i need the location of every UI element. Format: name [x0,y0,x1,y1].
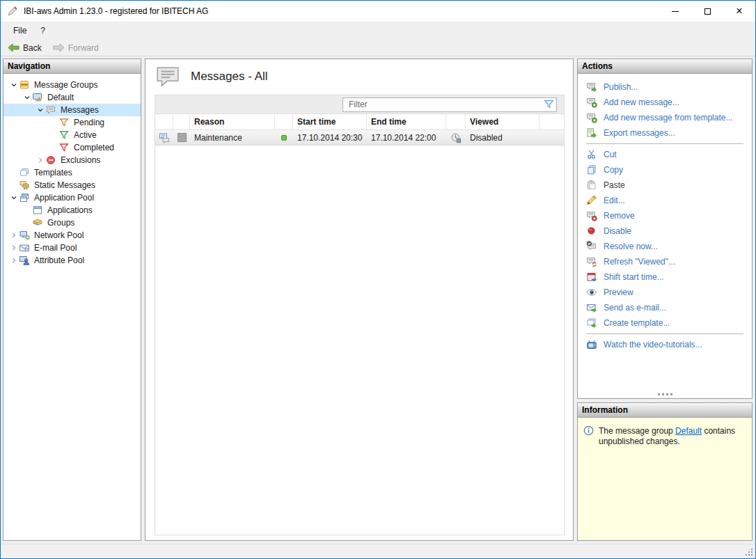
chevron-down-icon[interactable] [22,94,32,101]
default-group-link[interactable]: Default [675,426,702,436]
main-header: Messages - All [145,59,573,93]
tree-item-static-messages[interactable]: Static Messages [3,179,141,191]
groups-icon [32,217,45,228]
chevron-down-icon[interactable] [8,81,19,88]
column-header-reason[interactable]: Reason [190,114,275,129]
page-title: Messages - All [191,70,268,84]
action-cut[interactable]: Cut [586,147,752,162]
navigation-panel: Navigation Message Groups Default Messag… [3,58,141,541]
forward-button[interactable]: Forward [50,42,102,54]
copy-icon [586,164,597,175]
content-area: Navigation Message Groups Default Messag… [1,56,755,544]
application-pool-icon [19,192,31,203]
tree-item-exclusions[interactable]: Exclusions [3,154,141,166]
toolbar: Back Forward [1,40,755,56]
action-disable[interactable]: Disable [586,223,752,239]
messages-icon [45,104,58,116]
viewed-status-icon [446,132,466,143]
column-header-start-time[interactable]: Start time [293,114,367,129]
action-preview[interactable]: Preview [586,285,752,300]
tree-item-completed[interactable]: Completed [3,141,141,154]
action-copy[interactable]: Copy [586,162,752,178]
tree-item-templates[interactable]: Templates [3,166,141,179]
column-header-status[interactable] [275,114,293,129]
window-title: IBI-aws Admin 1.23.0 - registered for IB… [24,6,659,16]
back-button[interactable]: Back [5,42,45,54]
action-export-messages[interactable]: Export messages... [586,125,752,141]
tree-item-message-groups[interactable]: Message Groups [3,79,141,91]
forward-label: Forward [68,43,99,53]
navigation-tree: Message Groups Default Messages Pending [3,74,141,540]
tree-item-label: E-mail Pool [31,243,77,253]
action-add-new-message[interactable]: Add new message... [586,95,752,110]
applications-icon [32,205,45,216]
menu-file[interactable]: File [6,23,33,38]
action-label: Disable [604,226,631,236]
actions-header: Actions [578,59,752,74]
action-send-as-email[interactable]: Send as e-mail... [586,300,752,315]
info-icon [583,425,594,436]
tree-item-pending[interactable]: Pending [3,116,141,129]
information-panel: Information The message group Default co… [577,402,753,541]
column-header-color[interactable] [173,114,190,129]
tree-item-label: Message Groups [31,80,97,90]
tree-item-email-pool[interactable]: E-mail Pool [3,242,141,254]
action-publish[interactable]: Publish... [586,79,752,95]
tree-item-label: Default [45,93,74,102]
menu-help[interactable]: ? [33,23,52,38]
column-header-end-time[interactable]: End time [367,114,446,129]
table-row[interactable]: Maintenance 17.10.2014 20:30 17.10.2014 … [155,130,564,145]
tree-item-default[interactable]: Default [3,91,141,104]
disable-icon [586,226,597,237]
static-messages-icon [19,180,31,191]
action-add-new-message-from-template[interactable]: Add new message from template... [586,110,752,125]
close-button[interactable]: × [723,1,755,22]
tree-item-attribute-pool[interactable]: Attribute Pool [3,254,141,267]
tree-item-active[interactable]: Active [3,129,141,141]
panel-splitter-handle[interactable] [578,390,752,398]
attribute-pool-icon [19,255,31,266]
status-bar [1,544,755,558]
chevron-right-icon[interactable] [8,244,19,251]
filter-input[interactable] [343,100,541,109]
filter-funnel-icon[interactable] [541,100,556,109]
action-label: Paste [604,180,625,190]
action-refresh-viewed[interactable]: Refresh "Viewed"... [586,254,752,269]
column-header-viewed-icon[interactable] [446,114,466,129]
action-label: Create template... [604,318,670,328]
action-paste[interactable]: Paste [586,178,752,193]
chevron-down-icon[interactable] [8,194,19,201]
action-resolve-now[interactable]: Resolve now... [586,239,752,254]
action-watch-video-tutorials[interactable]: Watch the video-tutorials... [586,337,752,352]
cell-end-time: 17.10.2014 22:00 [367,133,446,143]
tree-item-applications[interactable]: Applications [3,204,141,216]
action-shift-start-time[interactable]: Shift start time... [586,269,752,285]
tree-item-groups[interactable]: Groups [3,216,141,229]
action-remove[interactable]: Remove [586,208,752,223]
paste-icon [586,180,597,191]
cell-viewed: Disabled [466,133,540,143]
column-header-viewed[interactable]: Viewed [466,114,540,129]
templates-icon [19,167,31,178]
right-column: Actions Publish... Add new message... Ad… [577,58,753,541]
email-pool-icon [19,242,31,253]
action-label: Preview [604,288,633,297]
action-label: Send as e-mail... [604,303,666,313]
resolve-now-icon [586,241,597,252]
minimize-button[interactable] [659,1,691,22]
chevron-right-icon[interactable] [8,257,19,264]
tree-item-application-pool[interactable]: Application Pool [3,191,141,204]
tree-item-label: Completed [71,143,114,152]
chevron-down-icon[interactable] [35,107,45,113]
chevron-right-icon[interactable] [35,157,45,164]
maximize-button[interactable] [691,1,723,22]
tree-item-network-pool[interactable]: Network Pool [3,229,141,242]
send-email-icon [586,302,597,313]
resize-grip[interactable] [745,548,753,556]
action-edit[interactable]: Edit... [586,193,752,208]
tree-item-messages[interactable]: Messages [3,104,141,116]
message-color-box [173,133,190,142]
action-create-template[interactable]: Create template... [586,315,752,331]
chevron-right-icon[interactable] [8,232,19,239]
column-header-type[interactable] [155,114,173,129]
